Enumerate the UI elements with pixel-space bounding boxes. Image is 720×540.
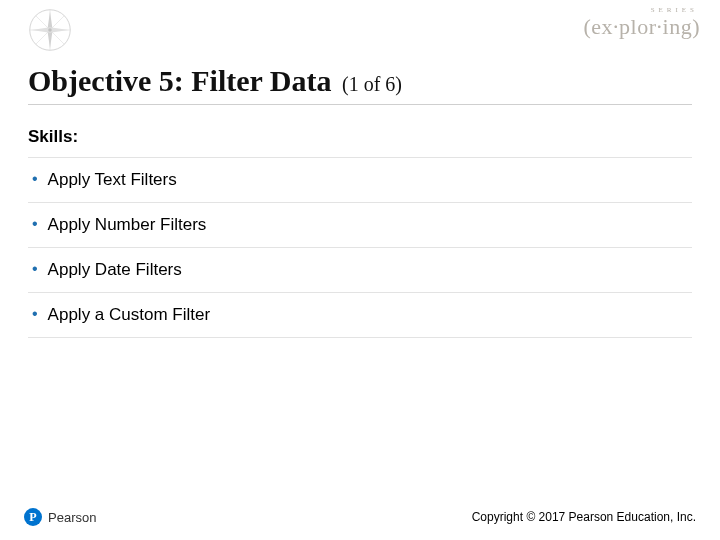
slide-title: Objective 5: Filter Data	[28, 64, 332, 97]
brand-word: (ex·plor·ing)	[584, 14, 700, 39]
list-item: Apply Date Filters	[28, 248, 692, 293]
publisher-name: Pearson	[48, 510, 96, 525]
skills-list: Apply Text Filters Apply Number Filters …	[28, 158, 692, 338]
skills-heading: Skills:	[28, 127, 692, 158]
list-item: Apply Number Filters	[28, 203, 692, 248]
publisher-logo: P Pearson	[24, 508, 96, 526]
svg-point-7	[48, 28, 52, 32]
list-item: Apply a Custom Filter	[28, 293, 692, 338]
list-item: Apply Text Filters	[28, 158, 692, 203]
slide-title-row: Objective 5: Filter Data (1 of 6)	[28, 64, 692, 105]
brand-series: SERIES	[584, 6, 698, 14]
slide-footer: P Pearson Copyright © 2017 Pearson Educa…	[0, 508, 720, 526]
compass-icon	[28, 8, 72, 52]
slide-count: (1 of 6)	[342, 73, 402, 95]
slide-header: SERIES (ex·plor·ing)	[0, 0, 720, 56]
exploring-logo: SERIES (ex·plor·ing)	[584, 8, 700, 42]
copyright-text: Copyright © 2017 Pearson Education, Inc.	[472, 510, 696, 524]
pearson-p-icon: P	[24, 508, 42, 526]
